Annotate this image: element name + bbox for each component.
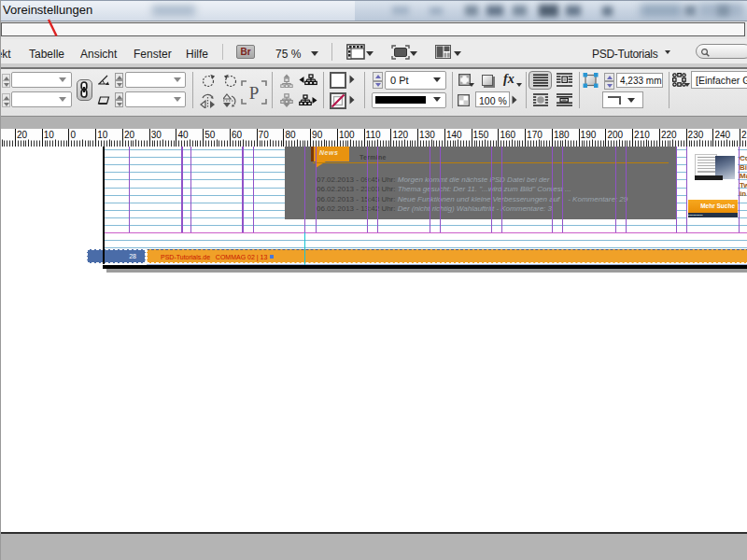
- svg-text:P: P: [249, 83, 260, 103]
